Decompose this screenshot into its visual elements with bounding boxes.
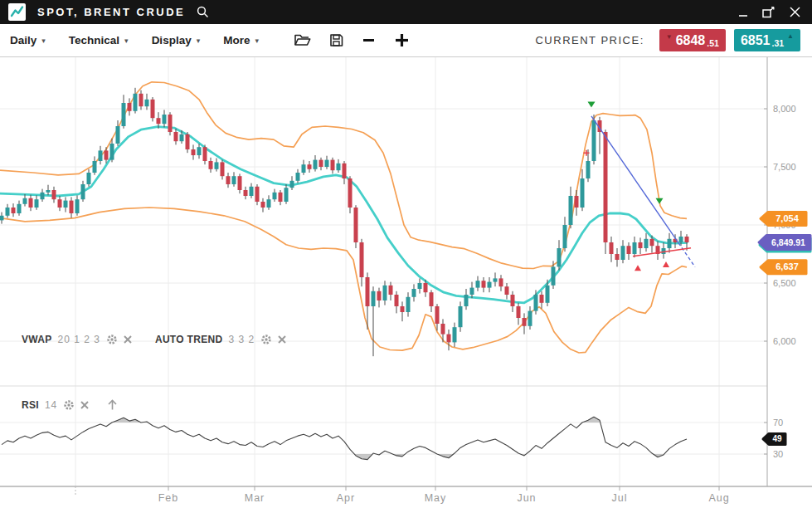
titlebar: SPOT, BRENT CRUDE <box>0 0 812 24</box>
y-axis-label: 6,000 <box>773 336 796 346</box>
rsi-settings-gear-icon[interactable] <box>63 399 75 411</box>
svg-text:7,054: 7,054 <box>776 213 799 223</box>
autotrend-indicator-params: 3 3 2 <box>228 334 255 345</box>
open-file-button[interactable] <box>294 33 311 47</box>
app-logo-icon <box>8 3 26 21</box>
zoom-in-button[interactable] <box>394 32 410 48</box>
rsi-line <box>2 417 687 459</box>
trading-app-window: SPOT, BRENT CRUDE Daily▾ Technical▾ Disp… <box>0 0 812 508</box>
autotrend-remove-icon[interactable] <box>278 335 286 344</box>
chevron-down-icon: ▾ <box>255 37 259 45</box>
arrow-up-icon: ▲ <box>787 32 794 40</box>
month-label: Jul <box>612 492 628 504</box>
search-icon[interactable] <box>197 6 209 18</box>
rsi-indicator-name: RSI <box>22 399 39 411</box>
arrow-down-icon: ▼ <box>666 33 673 41</box>
vwap-indicator-name: VWAP <box>22 334 52 345</box>
rsi-indicator-params: 14 <box>45 399 57 411</box>
price-badges-layer: 7,0546,6376,849.9149 <box>759 212 810 444</box>
trend-peak-marker <box>656 198 664 204</box>
y-axis-label: 6,500 <box>773 278 796 288</box>
bid-price-value: 6848 <box>676 33 706 48</box>
zoom-out-button[interactable] <box>362 33 376 47</box>
bid-price-badge: ▼ 6848 .51 <box>659 29 726 51</box>
rsi-legend-row: RSI 14 <box>22 398 118 411</box>
trend-peak-marker <box>588 102 596 108</box>
current-price-block: CURRENT PRICE: ▼ 6848 .51 6851 .31 ▲ <box>535 29 802 51</box>
svg-text:6,849.91: 6,849.91 <box>771 237 805 247</box>
y-axis-label: 7,500 <box>773 162 796 172</box>
chevron-down-icon: ▾ <box>41 37 46 45</box>
trend-trough-marker <box>635 265 641 271</box>
month-label: Mar <box>245 492 265 504</box>
toolbar: Daily▾ Technical▾ Display▾ More▾ CURRENT… <box>0 24 812 57</box>
rsi-axis-label: 70 <box>773 418 783 427</box>
month-label: Apr <box>337 492 355 504</box>
menu-daily[interactable]: Daily▾ <box>10 34 46 46</box>
rsi-layer <box>2 417 687 459</box>
ask-price-badge: 6851 .31 ▲ <box>734 29 800 51</box>
month-label: Jun <box>517 492 536 504</box>
restore-button[interactable] <box>762 7 776 18</box>
window-title: SPOT, BRENT CRUDE <box>37 6 185 18</box>
trend-trough-marker <box>663 261 669 267</box>
minimize-button[interactable] <box>739 7 748 17</box>
month-label: May <box>425 492 447 504</box>
rsi-move-up-icon[interactable] <box>107 398 118 411</box>
vwap-settings-gear-icon[interactable] <box>106 334 118 345</box>
menu-technical[interactable]: Technical▾ <box>69 34 129 46</box>
ask-price-value: 6851 <box>741 33 771 48</box>
current-price-label: CURRENT PRICE: <box>535 34 644 46</box>
rsi-axis-label: 30 <box>773 449 783 459</box>
price-chart-canvas[interactable]: 8,0007,5007,0006,5006,0007030FebMarAprMa… <box>0 57 812 508</box>
menu-more[interactable]: More▾ <box>223 34 259 46</box>
autotrend-settings-gear-icon[interactable] <box>260 334 272 345</box>
y-axis-label: 8,000 <box>773 104 796 114</box>
window-controls <box>739 7 804 18</box>
chevron-down-icon: ▾ <box>124 37 129 45</box>
menu-display[interactable]: Display▾ <box>152 34 201 46</box>
save-button[interactable] <box>329 33 343 47</box>
rsi-remove-icon[interactable] <box>80 401 89 409</box>
indicator-legend-row: VWAP 20 1 2 3 AUTO TREND 3 3 2 <box>22 334 286 345</box>
autotrend-indicator-name: AUTO TREND <box>155 334 222 345</box>
month-label: Feb <box>158 492 179 504</box>
vwap-remove-icon[interactable] <box>124 335 132 344</box>
bid-price-decimals: .51 <box>707 38 719 48</box>
month-label: Aug <box>708 492 729 504</box>
svg-text:49: 49 <box>772 434 782 443</box>
ask-price-decimals: .31 <box>771 38 784 48</box>
bollinger-bands <box>0 82 687 353</box>
svg-text:6,637: 6,637 <box>776 261 799 271</box>
chevron-down-icon: ▾ <box>197 37 201 45</box>
vwap-indicator-params: 20 1 2 3 <box>58 334 100 345</box>
close-button[interactable] <box>790 7 800 17</box>
